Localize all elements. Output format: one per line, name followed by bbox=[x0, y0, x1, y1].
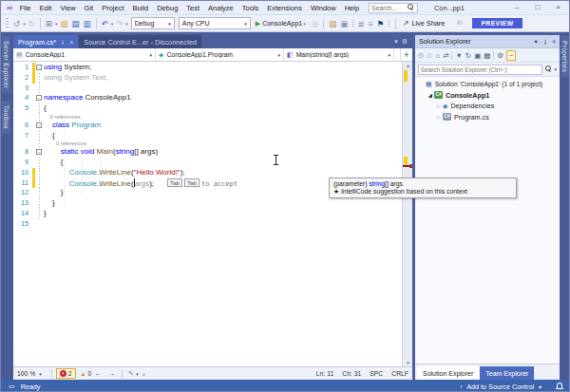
properties-icon[interactable]: ⚙ bbox=[497, 51, 504, 60]
attach-process-icon[interactable]: ◎ bbox=[312, 19, 318, 28]
chevron-down-icon[interactable]: ▾ bbox=[111, 21, 114, 27]
quick-find-icon[interactable]: ▧ bbox=[329, 19, 336, 28]
menu-analyze[interactable]: Analyze bbox=[208, 4, 234, 12]
menu-project[interactable]: Project bbox=[102, 4, 124, 12]
chevron-down-icon[interactable]: ▾ bbox=[55, 21, 58, 27]
chevron-up-icon[interactable]: ▲ bbox=[538, 383, 542, 389]
solution-platforms-combo[interactable]: Any CPU▾ bbox=[179, 17, 251, 29]
zoom-selector[interactable]: 100 % ▾ bbox=[17, 370, 42, 377]
feedback-icon[interactable]: ⚐ bbox=[456, 19, 463, 28]
solution-search-input[interactable] bbox=[418, 65, 542, 75]
solution-explorer-search[interactable]: ▾ bbox=[415, 63, 560, 77]
horizontal-scrollbar[interactable]: ◂ bbox=[142, 371, 304, 377]
menu-test[interactable]: Test bbox=[186, 4, 200, 12]
indent-decrease-icon[interactable]: ≣ bbox=[358, 19, 365, 28]
vertical-scrollbar[interactable]: ▲ ▼ bbox=[402, 62, 412, 366]
scroll-down-icon[interactable]: ▼ bbox=[403, 360, 412, 365]
nest-files-icon[interactable]: ▣ bbox=[474, 51, 481, 60]
project-node-consoleapp1[interactable]: ◢C#ConsoleApp1 bbox=[415, 90, 560, 102]
window-position-icon[interactable]: ▾ bbox=[534, 38, 537, 46]
tab-list-icon[interactable]: ▾ bbox=[394, 38, 398, 46]
minimize-button[interactable]: – bbox=[515, 4, 519, 11]
navigate-back-icon[interactable]: ↺ bbox=[13, 19, 20, 28]
save-icon[interactable]: ▤ bbox=[71, 19, 79, 28]
tool-tab-properties[interactable]: Properties bbox=[560, 36, 569, 77]
chevron-down-icon[interactable]: ▾ bbox=[23, 21, 26, 27]
menu-extensions[interactable]: Extensions bbox=[267, 4, 302, 12]
pin-icon[interactable]: ⊸ bbox=[60, 39, 66, 44]
menu-help[interactable]: Help bbox=[345, 4, 359, 12]
home-icon[interactable]: ⌂ bbox=[436, 51, 441, 60]
close-icon[interactable]: × bbox=[552, 38, 556, 45]
error-indicator[interactable]: × 2 bbox=[56, 368, 76, 379]
menu-window[interactable]: Window bbox=[311, 4, 336, 12]
redo-icon[interactable]: ↷ bbox=[116, 19, 123, 28]
document-tab[interactable]: Source Control E...er - Disconnected bbox=[79, 35, 201, 48]
forward-icon[interactable]: ⊙ bbox=[427, 51, 432, 60]
navigate-forward-arrow-icon[interactable]: → bbox=[107, 369, 115, 378]
indent-increase-icon[interactable]: ≡ bbox=[369, 19, 373, 28]
dependencies-node[interactable]: ▷◆Dependencies bbox=[415, 101, 560, 112]
show-all-files-icon[interactable]: ▦ bbox=[484, 51, 490, 60]
document-tab[interactable]: Program.cs*⊸× bbox=[13, 35, 78, 48]
preview-button[interactable]: PREVIEW bbox=[472, 18, 522, 28]
quick-search-box[interactable] bbox=[369, 3, 418, 13]
chevron-down-icon[interactable]: ▾ bbox=[125, 21, 128, 27]
pending-changes-filter-icon[interactable]: ▼ bbox=[455, 51, 462, 60]
warning-indicator[interactable]: ▲ 0 bbox=[81, 370, 92, 377]
codelens-row[interactable]: 0 references bbox=[13, 140, 398, 147]
outlining-margin[interactable]: − bbox=[35, 63, 44, 73]
close-button[interactable]: × bbox=[556, 4, 560, 11]
scroll-left-icon[interactable]: ◂ bbox=[142, 371, 145, 377]
menu-view[interactable]: View bbox=[60, 4, 75, 12]
expander-icon[interactable]: ▷ bbox=[435, 103, 443, 109]
undo-icon[interactable]: ↶ bbox=[102, 19, 108, 28]
dots-icon-2[interactable]: ⁞ bbox=[388, 19, 390, 28]
start-debugging-button[interactable]: ▶ConsoleApp1▾ bbox=[256, 20, 307, 28]
codelens-row[interactable]: 0 references bbox=[13, 114, 398, 121]
solution-explorer-header[interactable]: Solution Explorer ▾⊸× bbox=[415, 35, 560, 48]
dots-icon[interactable]: ⁞ bbox=[352, 19, 353, 28]
type-dropdown[interactable]: ◈ConsoleApp1.Program▾ bbox=[156, 48, 284, 61]
project-dropdown[interactable]: ▤ConsoleApp1▾ bbox=[13, 48, 156, 61]
expander-icon[interactable]: ◢ bbox=[427, 92, 434, 98]
tab-options-icon[interactable]: ⚙ bbox=[402, 38, 408, 46]
outlining-margin[interactable]: − bbox=[35, 93, 44, 103]
outlining-margin[interactable]: − bbox=[35, 147, 44, 158]
solution-node[interactable]: ▦Solution 'ConsoleApp1' (1 of 1 project) bbox=[415, 79, 560, 90]
collapse-icon[interactable]: − bbox=[36, 122, 42, 128]
scroll-up-icon[interactable]: ▲ bbox=[403, 63, 412, 68]
sync-with-active-document-icon[interactable]: ⇄ bbox=[443, 51, 448, 60]
notifications-bell-icon[interactable] bbox=[556, 383, 563, 390]
quick-search-input[interactable] bbox=[371, 5, 408, 11]
navigate-forward-icon[interactable]: ↻ bbox=[28, 19, 35, 28]
bookmark-icon[interactable]: ⚑ bbox=[377, 19, 385, 28]
menu-debug[interactable]: Debug bbox=[157, 4, 178, 12]
open-file-icon[interactable]: ▨ bbox=[60, 19, 67, 28]
close-icon[interactable]: × bbox=[69, 39, 73, 46]
toolbar-grip[interactable] bbox=[6, 18, 9, 29]
panel-tab-solution-explorer[interactable]: Solution Explorer bbox=[417, 366, 479, 380]
editor-window-icon[interactable]: ▣ bbox=[340, 19, 348, 28]
add-to-source-control-button[interactable]: Add to Source Control bbox=[466, 383, 534, 391]
collapse-icon[interactable]: − bbox=[36, 95, 42, 101]
code-editor[interactable]: 1−using System;2using System.Text;34−nam… bbox=[13, 62, 412, 366]
save-all-icon[interactable]: ▥ bbox=[83, 19, 90, 28]
collapse-icon[interactable]: − bbox=[36, 149, 42, 155]
member-dropdown[interactable]: ◧Main(string[] args)▾ bbox=[284, 48, 394, 61]
maximize-button[interactable]: □ bbox=[535, 4, 540, 11]
split-window-button[interactable]: + bbox=[400, 48, 412, 61]
refresh-icon[interactable]: ↻ bbox=[466, 51, 471, 60]
tool-tab-server-explorer[interactable]: Server Explorer bbox=[2, 36, 10, 93]
panel-tab-team-explorer[interactable]: Team Explorer bbox=[480, 366, 534, 380]
menu-tools[interactable]: Tools bbox=[242, 4, 259, 12]
menu-git[interactable]: Git bbox=[85, 4, 94, 12]
preview-selected-items-icon[interactable]: − bbox=[506, 50, 516, 61]
tool-tab-toolbox[interactable]: Toolbox bbox=[2, 101, 10, 134]
live-share-button[interactable]: ↗ Live Share bbox=[403, 19, 446, 28]
solution-configurations-combo[interactable]: Debug▾ bbox=[131, 17, 175, 29]
new-project-icon[interactable]: ⊞ bbox=[46, 19, 52, 28]
pin-icon[interactable]: ⊸ bbox=[541, 39, 548, 44]
navigate-back-arrow-icon[interactable]: ← bbox=[94, 369, 102, 378]
collapse-icon[interactable]: − bbox=[36, 65, 42, 70]
